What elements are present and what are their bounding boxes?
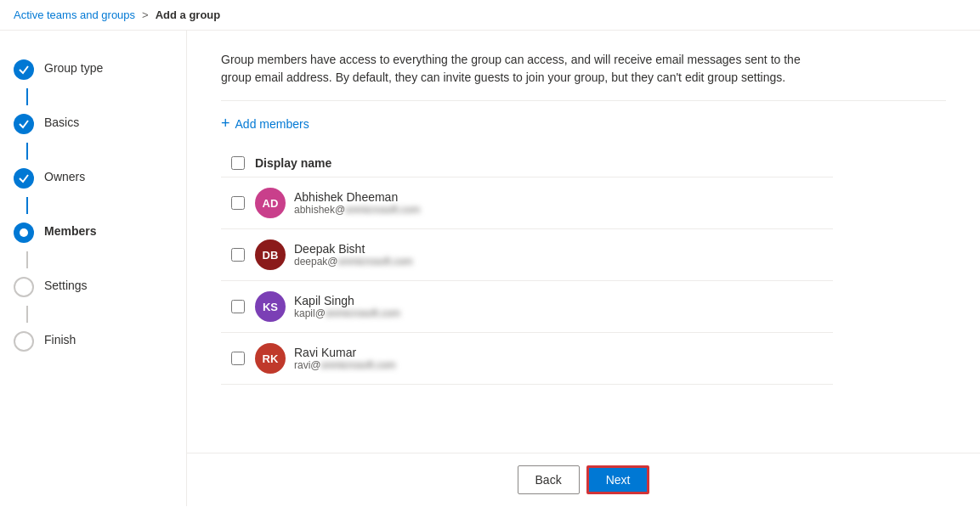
member-avatar-3: RK: [255, 343, 286, 374]
row-checkbox-col[interactable]: [221, 196, 255, 210]
main-container: Group type Basics Owners Members Set: [0, 31, 980, 506]
breadcrumb-separator: >: [142, 8, 149, 21]
sidebar-item-group-type[interactable]: Group type: [0, 51, 186, 88]
row-checkbox-col[interactable]: [221, 300, 255, 313]
table-row: RK Ravi Kumar ravi@onmicrosoft.com: [221, 333, 833, 385]
member-checkbox-1[interactable]: [231, 248, 245, 262]
add-members-button[interactable]: + Add members: [221, 115, 946, 132]
member-checkbox-0[interactable]: [231, 196, 245, 210]
member-avatar-1: DB: [255, 239, 286, 270]
member-email-3: ravi@onmicrosoft.com: [294, 359, 396, 371]
table-header: Display name: [221, 149, 833, 177]
step-icon-members: [14, 223, 34, 243]
sidebar: Group type Basics Owners Members Set: [0, 31, 187, 506]
row-checkbox-col[interactable]: [221, 352, 255, 365]
content-area: Group members have access to everything …: [187, 31, 980, 453]
member-email-1: deepak@onmicrosoft.com: [294, 256, 413, 268]
member-avatar-2: KS: [255, 291, 286, 322]
step-label-basics: Basics: [44, 114, 79, 129]
member-info-1: Deepak Bisht deepak@onmicrosoft.com: [294, 242, 413, 268]
table-row: KS Kapil Singh kapil@onmicrosoft.com: [221, 281, 833, 333]
step-icon-owners: [14, 168, 34, 189]
back-button[interactable]: Back: [518, 465, 580, 494]
step-icon-group-type: [14, 59, 34, 80]
table-row: AD Abhishek Dheeman abhishek@onmicrosoft…: [221, 177, 833, 229]
step-icon-finish: [14, 331, 34, 352]
step-label-finish: Finish: [44, 331, 76, 346]
add-members-label: Add members: [235, 117, 309, 131]
member-checkbox-2[interactable]: [231, 300, 245, 313]
member-avatar-0: AD: [255, 188, 286, 218]
step-label-members: Members: [44, 223, 96, 238]
description-text: Group members have access to everything …: [221, 51, 833, 87]
step-label-group-type: Group type: [44, 59, 103, 75]
sidebar-item-basics[interactable]: Basics: [0, 105, 186, 143]
connector-1: [26, 88, 28, 105]
connector-4: [26, 251, 28, 268]
section-divider: [221, 100, 946, 101]
sidebar-item-members[interactable]: Members: [0, 214, 186, 251]
header-checkbox-col[interactable]: [221, 156, 255, 170]
member-info-2: Kapil Singh kapil@onmicrosoft.com: [294, 294, 400, 319]
breadcrumb: Active teams and groups > Add a group: [0, 0, 980, 31]
members-list: AD Abhishek Dheeman abhishek@onmicrosoft…: [221, 177, 833, 385]
member-checkbox-3[interactable]: [231, 352, 245, 365]
breadcrumb-current: Add a group: [156, 8, 221, 21]
sidebar-item-settings[interactable]: Settings: [0, 268, 186, 306]
connector-5: [26, 306, 28, 323]
member-name-2: Kapil Singh: [294, 294, 400, 307]
step-icon-settings: [14, 277, 34, 297]
sidebar-item-owners[interactable]: Owners: [0, 160, 186, 197]
member-name-3: Ravi Kumar: [294, 346, 396, 359]
next-button[interactable]: Next: [586, 465, 650, 494]
member-info-0: Abhishek Dheeman abhishek@onmicrosoft.co…: [294, 190, 420, 216]
sidebar-item-finish[interactable]: Finish: [0, 323, 186, 360]
step-icon-basics: [14, 114, 34, 134]
member-email-0: abhishek@onmicrosoft.com: [294, 204, 420, 216]
step-label-settings: Settings: [44, 277, 88, 292]
select-all-checkbox[interactable]: [231, 156, 245, 170]
member-info-3: Ravi Kumar ravi@onmicrosoft.com: [294, 346, 396, 371]
plus-icon: +: [221, 115, 230, 132]
row-checkbox-col[interactable]: [221, 248, 255, 262]
step-label-owners: Owners: [44, 168, 85, 183]
member-email-2: kapil@onmicrosoft.com: [294, 307, 400, 319]
table-row: DB Deepak Bisht deepak@onmicrosoft.com: [221, 229, 833, 281]
connector-3: [26, 197, 28, 214]
breadcrumb-parent-link[interactable]: Active teams and groups: [14, 8, 135, 21]
footer: Back Next: [187, 453, 980, 506]
display-name-header: Display name: [255, 156, 833, 170]
member-name-1: Deepak Bisht: [294, 242, 413, 256]
connector-2: [26, 143, 28, 160]
member-name-0: Abhishek Dheeman: [294, 190, 420, 204]
